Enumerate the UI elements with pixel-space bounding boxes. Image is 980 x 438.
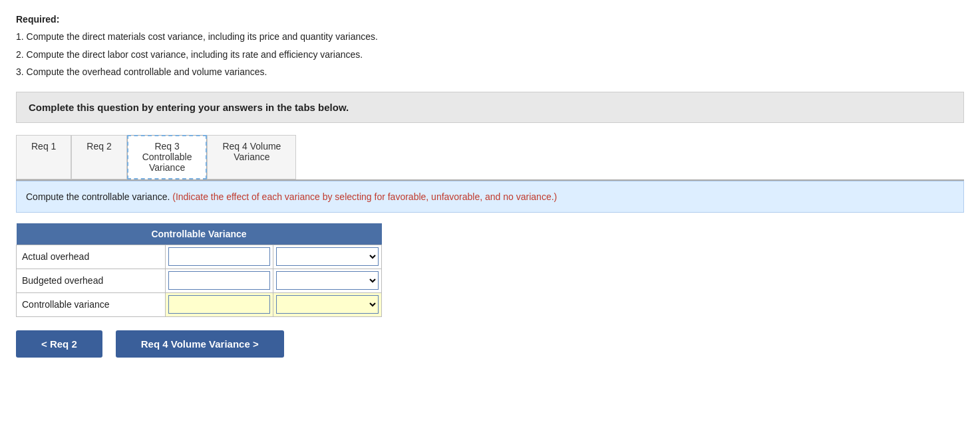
table-header: Controllable Variance bbox=[17, 223, 382, 245]
controllable-variance-select[interactable]: Favorable Unfavorable No variance bbox=[276, 295, 379, 314]
instruction-box: Complete this question by entering your … bbox=[16, 92, 964, 123]
table-row: Actual overhead Favorable Unfavorable No… bbox=[17, 245, 382, 269]
actual-overhead-input[interactable] bbox=[168, 247, 271, 266]
actual-overhead-input-cell bbox=[165, 245, 273, 269]
table-row: Budgeted overhead Favorable Unfavorable … bbox=[17, 269, 382, 292]
prev-button[interactable]: < Req 2 bbox=[16, 330, 102, 358]
tab-req2[interactable]: Req 2 bbox=[71, 135, 126, 179]
tab-req1[interactable]: Req 1 bbox=[16, 135, 71, 179]
controllable-variance-select-cell: Favorable Unfavorable No variance bbox=[273, 292, 382, 316]
controllable-variance-input-cell bbox=[165, 292, 273, 316]
actual-overhead-select-cell: Favorable Unfavorable No variance bbox=[273, 245, 382, 269]
info-banner: Compute the controllable variance. (Indi… bbox=[16, 181, 964, 213]
budgeted-overhead-input[interactable] bbox=[168, 271, 271, 290]
info-red-text: (Indicate the effect of each variance by… bbox=[172, 191, 557, 202]
budgeted-overhead-input-cell bbox=[165, 269, 273, 292]
required-item-3: 3. Compute the overhead controllable and… bbox=[16, 64, 964, 79]
actual-overhead-select[interactable]: Favorable Unfavorable No variance bbox=[276, 247, 379, 266]
budgeted-overhead-label: Budgeted overhead bbox=[17, 269, 166, 292]
variance-table-wrapper: Controllable Variance Actual overhead Fa… bbox=[16, 223, 382, 317]
required-item-1: 1. Compute the direct materials cost var… bbox=[16, 29, 964, 44]
required-section: Required: 1. Compute the direct material… bbox=[16, 12, 964, 80]
nav-buttons: < Req 2 Req 4 Volume Variance > bbox=[16, 330, 964, 358]
next-button[interactable]: Req 4 Volume Variance > bbox=[116, 330, 284, 358]
required-heading: Required: bbox=[16, 12, 964, 27]
info-normal-text: Compute the controllable variance. bbox=[26, 191, 172, 202]
budgeted-overhead-select[interactable]: Favorable Unfavorable No variance bbox=[276, 271, 379, 290]
tabs-container: Req 1 Req 2 Req 3 Controllable Variance … bbox=[16, 135, 964, 181]
budgeted-overhead-select-cell: Favorable Unfavorable No variance bbox=[273, 269, 382, 292]
tab-req3[interactable]: Req 3 Controllable Variance bbox=[127, 135, 208, 179]
instruction-text: Complete this question by entering your … bbox=[29, 102, 349, 113]
variance-table: Controllable Variance Actual overhead Fa… bbox=[16, 223, 382, 317]
table-row: Controllable variance Favorable Unfavora… bbox=[17, 292, 382, 316]
controllable-variance-label: Controllable variance bbox=[17, 292, 166, 316]
actual-overhead-label: Actual overhead bbox=[17, 245, 166, 269]
required-item-2: 2. Compute the direct labor cost varianc… bbox=[16, 47, 964, 62]
tab-req4[interactable]: Req 4 Volume Variance bbox=[207, 135, 296, 179]
controllable-variance-input[interactable] bbox=[168, 295, 271, 314]
